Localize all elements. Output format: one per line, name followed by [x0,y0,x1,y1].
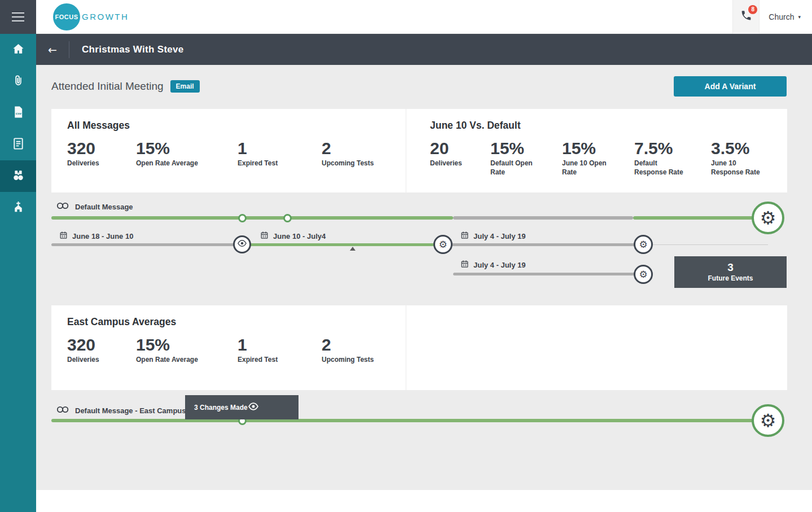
timeline-node[interactable] [238,214,247,222]
sidebar: csv [0,0,36,512]
changes-made-label: 3 Changes Made [194,404,248,412]
card-title: East Campus Averages [67,316,406,328]
stats-row-bottom: East Campus Averages 320 Deliveries 15% … [51,305,787,390]
sidebar-item-church[interactable] [0,192,36,224]
date-range-label: June 10 - July4 [260,231,326,241]
stat-deliveries: 20 Deliveries [430,139,490,177]
stats-group: 320 Deliveries 15% Open Rate Average 1 E… [67,335,406,365]
stat-value: 20 [430,139,490,157]
stat-label: Expired Test [238,159,322,168]
app-root: csv FOCUS GROWTH 8 Church ▾ [0,0,812,512]
phone-notifications-button[interactable]: 8 [732,0,760,34]
card-title: June 10 Vs. Default [430,120,787,132]
account-dropdown[interactable]: Church ▾ [760,12,812,21]
date-range-text: July 4 - July 19 [473,261,526,269]
stat-value: 2 [322,335,374,354]
changes-made-box[interactable]: 3 Changes Made [185,395,299,419]
calendar-icon [260,231,269,241]
link-icon [56,202,70,211]
test-settings-button[interactable]: ⚙ [634,235,653,254]
date-range-label: July 4 - July 19 [460,260,526,270]
stat-default-open-rate: 15% Default Open Rate [490,139,562,177]
stat-label: Open Rate Average [136,159,238,168]
campaign-header: ← Christmas With Steve [36,34,812,65]
stat-value: 1 [238,335,322,354]
hamburger-bar [12,16,24,17]
test-segment-active [242,243,443,246]
stats-row-top: All Messages 320 Deliveries 15% Open Rat… [51,109,787,192]
gear-icon: ⚙ [438,240,447,250]
home-icon [12,42,25,58]
test-segment-rail [643,244,768,245]
date-range-text: June 18 - June 10 [72,232,133,240]
list-icon [12,137,25,152]
timeline-segment-active [51,216,453,220]
stat-expired-test: 1 Expired Test [238,335,322,365]
logo-focus-mark: FOCUS [53,3,80,30]
test-segment-upcoming [443,243,643,246]
eye-icon [248,401,259,414]
empty-card [406,305,787,390]
current-position-marker [350,247,355,251]
east-campus-timeline: Default Message - East Campus 3 Changes … [36,395,812,469]
timeline-title: Default Message - East Campus [56,406,186,415]
timeline-title-text: Default Message [75,203,133,211]
timeline-settings-button[interactable]: ⚙ [752,202,784,234]
hamburger-menu-button[interactable] [0,0,36,34]
sidebar-item-home[interactable] [0,34,36,65]
topbar-right: 8 Church ▾ [732,0,812,33]
page-title: Christmas With Steve [82,44,184,55]
stats-group: 320 Deliveries 15% Open Rate Average 1 E… [67,139,406,168]
stat-label: Expired Test [238,356,322,365]
chevron-down-icon: ▾ [798,14,801,20]
main-content: Attended Initial Meeting Email Add A Var… [36,65,812,490]
csv-file-icon: csv [12,106,25,121]
future-events-box[interactable]: 3 Future Events [674,256,787,288]
gear-icon: ⚙ [639,270,647,279]
date-range-text: July 4 - July 19 [473,232,526,240]
app-logo[interactable]: FOCUS GROWTH [53,3,129,30]
view-test-button[interactable] [233,235,251,253]
test-segment-upcoming [453,273,643,275]
stat-value: 1 [238,139,322,157]
calendar-icon [460,260,469,270]
add-variant-button[interactable]: Add A Variant [674,76,787,97]
stats-group: 20 Deliveries 15% Default Open Rate 15% … [430,139,787,177]
hamburger-bar [12,12,24,14]
east-campus-card: East Campus Averages 320 Deliveries 15% … [51,305,406,390]
sidebar-item-attachments[interactable] [0,65,36,97]
stat-label: Open Rate Average [136,356,238,365]
timeline-node[interactable] [283,214,292,222]
timeline-title: Default Message [56,202,133,211]
sidebar-item-forms[interactable] [0,129,36,160]
gear-icon: ⚙ [760,209,776,227]
stat-value: 320 [67,335,136,354]
stat-value: 15% [136,335,238,354]
timeline-segment-active [51,419,768,422]
topbar: FOCUS GROWTH 8 Church ▾ [36,0,812,34]
june-vs-default-card: June 10 Vs. Default 20 Deliveries 15% De… [406,109,787,192]
account-label: Church [769,12,794,21]
sidebar-item-campaigns[interactable] [0,160,36,192]
sidebar-item-csv-export[interactable]: csv [0,97,36,129]
section-header: Attended Initial Meeting Email Add A Var… [51,75,787,98]
date-range-label: July 4 - July 19 [460,231,526,241]
stat-label: Upcoming Tests [322,356,374,365]
date-range-text: June 10 - July4 [273,232,326,240]
stat-deliveries: 320 Deliveries [67,335,136,365]
gear-icon: ⚙ [639,240,647,250]
hamburger-bar [12,20,24,21]
stat-upcoming-tests: 2 Upcoming Tests [322,139,374,168]
stat-label: Deliveries [67,159,136,168]
back-button[interactable]: ← [36,43,69,56]
church-icon [12,200,25,216]
eye-icon [237,238,247,251]
stat-label: June 10 Open Rate [562,159,614,177]
stat-value: 2 [322,139,374,157]
stat-default-response-rate: 7.5% Default Response Rate [634,139,711,177]
test-settings-button[interactable]: ⚙ [634,265,653,284]
test-settings-button[interactable]: ⚙ [433,235,453,254]
timeline-settings-button[interactable]: ⚙ [752,404,784,437]
stat-label: Default Open Rate [490,159,542,177]
notification-badge: 8 [748,5,757,14]
